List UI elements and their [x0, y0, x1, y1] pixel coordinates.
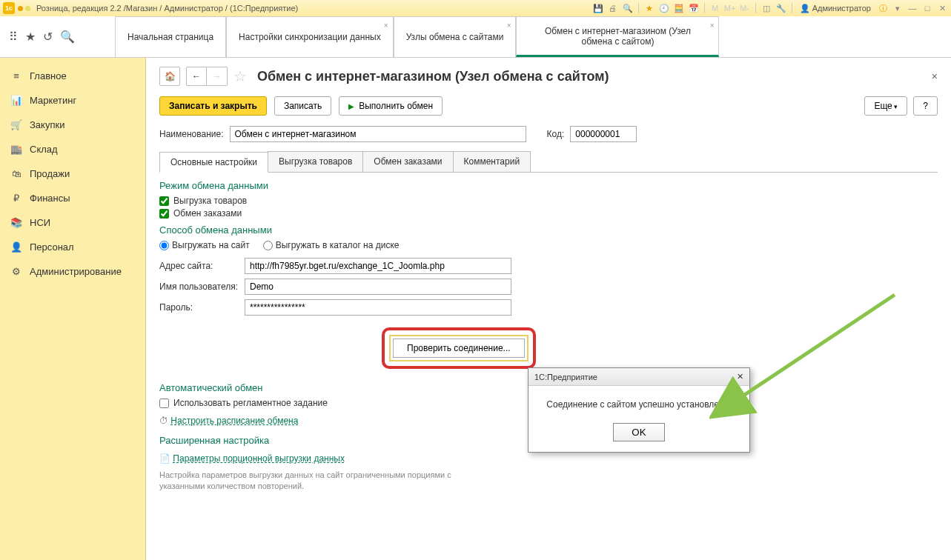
sidebar-item-sales[interactable]: 🛍Продажи: [0, 161, 145, 186]
favorite-icon[interactable]: ★: [643, 2, 655, 14]
dialog-ok-button[interactable]: OK: [613, 423, 664, 441]
calendar-icon[interactable]: 📅: [688, 2, 700, 14]
test-connection-button[interactable]: Проверить соединение...: [393, 339, 525, 358]
link-portion-params[interactable]: Параметры порционной выгрузки данных: [173, 453, 345, 464]
back-button[interactable]: ←: [186, 67, 207, 86]
sidebar-item-label: Продажи: [30, 168, 70, 179]
forward-button[interactable]: →: [207, 67, 228, 86]
sidebar-item-label: Главное: [30, 70, 67, 81]
tab-close-icon[interactable]: ×: [710, 21, 715, 30]
save-icon[interactable]: 💾: [592, 2, 604, 14]
user-name: Администратор: [812, 4, 871, 13]
tab-close-icon[interactable]: ×: [507, 21, 511, 30]
name-label: Наименование:: [159, 129, 224, 139]
sidebar-item-personnel[interactable]: 👤Персонал: [0, 235, 145, 259]
warehouse-icon: 🏬: [10, 144, 22, 155]
message-dialog: 1С:Предприятие ✕ Соединение с сайтом усп…: [528, 367, 750, 453]
clock-icon[interactable]: 🕘: [658, 2, 670, 14]
tab-exchange-store[interactable]: Обмен с интернет-магазином (Узел обмена …: [516, 16, 719, 57]
print-icon[interactable]: 🖨: [607, 2, 619, 14]
favorite-star-icon[interactable]: ☆: [233, 67, 247, 85]
checkbox-export-goods[interactable]: [159, 196, 169, 206]
maximize-icon[interactable]: □: [921, 2, 933, 14]
tab-order-exchange[interactable]: Обмен заказами: [362, 151, 453, 172]
radio-label: Выгружать в каталог на диске: [276, 240, 400, 250]
close-icon[interactable]: ✕: [936, 2, 948, 14]
address-label: Адрес сайта:: [159, 261, 245, 271]
address-input[interactable]: [245, 258, 511, 274]
sidebar-item-label: НСИ: [30, 217, 50, 228]
section-exchange-method: Способ обмена данными: [159, 224, 938, 236]
run-exchange-button[interactable]: Выполнить обмен: [339, 96, 443, 116]
ruble-icon: ₽: [10, 193, 22, 204]
sidebar-item-label: Закупки: [30, 119, 64, 130]
dropdown-icon[interactable]: ▾: [892, 2, 904, 14]
star-icon[interactable]: ★: [25, 30, 36, 44]
sidebar-item-admin[interactable]: ⚙Администрирование: [0, 259, 145, 284]
panels-icon[interactable]: ◫: [761, 2, 772, 14]
tab-main-settings[interactable]: Основные настройки: [159, 152, 268, 173]
checkbox-order-exchange[interactable]: [159, 209, 169, 219]
person-icon: 👤: [10, 241, 22, 253]
window-title: Розница, редакция 2.2 /Магазин / Админис…: [36, 4, 592, 13]
checkbox-label: Выгрузка товаров: [173, 196, 247, 206]
preview-icon[interactable]: 🔍: [622, 2, 634, 14]
help-button[interactable]: ?: [913, 96, 938, 116]
bag-icon: 🛍: [10, 168, 22, 179]
apps-icon[interactable]: ⠿: [9, 30, 18, 44]
more-button[interactable]: Еще: [864, 96, 907, 116]
save-button[interactable]: Записать: [274, 96, 331, 116]
sidebar-item-nsi[interactable]: 📚НСИ: [0, 210, 145, 235]
checkbox-label: Использовать регламентное задание: [173, 398, 328, 408]
sidebar-item-purchases[interactable]: 🛒Закупки: [0, 113, 145, 137]
tab-label: Начальная страница: [127, 32, 213, 42]
m-plus-icon[interactable]: M+: [724, 2, 736, 14]
tab-close-icon[interactable]: ×: [384, 21, 388, 30]
sidebar-item-finance[interactable]: ₽Финансы: [0, 186, 145, 210]
tab-sync-settings[interactable]: Настройки синхронизации данных×: [226, 16, 394, 57]
sidebar-item-main[interactable]: ≡Главное: [0, 64, 145, 88]
name-input[interactable]: [230, 126, 526, 142]
password-label: Пароль:: [159, 302, 245, 313]
sidebar: ≡Главное 📊Маркетинг 🛒Закупки 🏬Склад 🛍Про…: [0, 58, 146, 560]
m-icon[interactable]: M: [709, 2, 721, 14]
section-exchange-mode: Режим обмена данными: [159, 180, 938, 191]
sidebar-item-label: Маркетинг: [30, 95, 76, 106]
history-icon[interactable]: ↺: [43, 30, 53, 44]
tab-exchange-nodes[interactable]: Узлы обмена с сайтами×: [394, 16, 517, 57]
radio-to-disk[interactable]: Выгружать в каталог на диске: [263, 240, 400, 250]
code-input[interactable]: [570, 126, 637, 142]
user-badge[interactable]: 👤 Администратор: [797, 4, 874, 13]
tab-home[interactable]: Начальная страница: [115, 16, 226, 57]
minimize-icon[interactable]: —: [907, 2, 918, 14]
save-close-button[interactable]: Записать и закрыть: [159, 96, 267, 116]
info-icon[interactable]: ⓘ: [877, 2, 889, 14]
settings-icon[interactable]: 🔧: [775, 2, 787, 14]
app-logo-icon: 1c: [3, 2, 15, 14]
sidebar-item-marketing[interactable]: 📊Маркетинг: [0, 88, 145, 113]
radio-to-site[interactable]: Выгружать на сайт: [159, 240, 250, 250]
content-area: 🏠 ← → ☆ Обмен с интернет-магазином (Узел…: [146, 58, 951, 560]
password-input[interactable]: [245, 299, 511, 316]
books-icon: 📚: [10, 217, 22, 228]
tab-comment[interactable]: Комментарий: [453, 151, 531, 172]
cart-icon: 🛒: [10, 119, 22, 130]
tab-goods-export[interactable]: Выгрузка товаров: [268, 151, 363, 172]
link-schedule[interactable]: Настроить расписание обмена: [170, 416, 298, 426]
search-icon[interactable]: 🔍: [60, 30, 75, 44]
top-tabs-row: ⠿ ★ ↺ 🔍 Начальная страница Настройки син…: [0, 16, 951, 58]
sidebar-item-warehouse[interactable]: 🏬Склад: [0, 137, 145, 161]
calculator-icon[interactable]: 🧮: [673, 2, 685, 14]
m-minus-icon[interactable]: M-: [739, 2, 751, 14]
checkbox-label: Обмен заказами: [173, 208, 242, 219]
list-icon: 📄: [159, 453, 170, 464]
tab-label: Узлы обмена с сайтами: [406, 32, 504, 42]
page-title: Обмен с интернет-магазином (Узел обмена …: [257, 69, 609, 84]
traffic-lights: [18, 6, 30, 11]
home-button[interactable]: 🏠: [159, 67, 180, 86]
sidebar-item-label: Склад: [30, 144, 58, 155]
checkbox-scheduled[interactable]: [159, 399, 169, 408]
dialog-close-icon[interactable]: ✕: [737, 372, 743, 381]
page-close-icon[interactable]: ×: [932, 70, 938, 82]
username-input[interactable]: [245, 279, 511, 295]
